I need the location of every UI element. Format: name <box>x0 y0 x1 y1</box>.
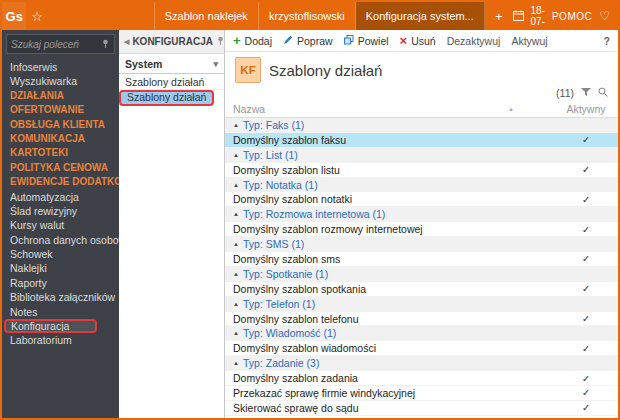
table-row[interactable]: Domyślny szablon notatki✓ <box>225 192 618 207</box>
delete-button[interactable]: × Usuń <box>400 35 436 47</box>
sidebar-item[interactable]: Kursy walut <box>2 218 119 232</box>
table-row[interactable]: Domyślny szablon spotkania✓ <box>225 282 618 297</box>
config-panel-item-label: Szablony działań <box>127 91 206 103</box>
table-row[interactable]: Domyślny szablon faksu✓ <box>225 133 618 148</box>
sidebar-item[interactable]: Notes <box>2 305 119 319</box>
sidebar-item-label: EWIDENCJE DODATKOWE <box>10 176 119 187</box>
system-dropdown[interactable]: System ▾ <box>119 54 224 74</box>
table-row[interactable]: Domyślny szablon wiadomości✓ <box>225 341 618 356</box>
active-checkmark: ✓ <box>554 313 618 324</box>
table-row[interactable]: Domyślny szablon rozmowy internetowej✓ <box>225 222 618 237</box>
table-row[interactable]: Przekazać sprawę firmie windykacyjnej✓ <box>225 386 618 401</box>
system-dropdown-value: System <box>125 58 162 70</box>
sidebar-item[interactable]: OBSŁUGA KLIENTA <box>2 118 119 132</box>
row-name: Domyślny szablon telefonu <box>233 313 554 325</box>
group-label: Typ: Faks (1) <box>243 119 304 131</box>
favorite-star-icon[interactable]: ☆ <box>26 2 47 30</box>
sidebar-item[interactable]: KARTOTEKI <box>2 146 119 160</box>
sidebar-item[interactable]: Biblioteka załączników <box>2 290 119 304</box>
sidebar-item[interactable]: Infoserwis <box>2 60 119 74</box>
sidebar-item-label: Biblioteka załączników <box>10 291 115 303</box>
group-row[interactable]: ▲Typ: Wiadomość (1) <box>225 326 618 341</box>
search-input[interactable] <box>11 39 98 50</box>
group-row[interactable]: ▲Typ: Rozmowa internetowa (1) <box>225 207 618 222</box>
sidebar-item[interactable]: Wyszukiwarka <box>2 74 119 88</box>
table-row[interactable]: Domyślny szablon telefonu✓ <box>225 312 618 327</box>
copy-icon <box>344 35 354 47</box>
sidebar-item-label: Notes <box>10 306 37 318</box>
group-row[interactable]: ▲Typ: SMS (1) <box>225 237 618 252</box>
table-row[interactable]: Domyślny szablon sms✓ <box>225 252 618 267</box>
command-search[interactable] <box>6 34 115 54</box>
sidebar-item[interactable]: Ślad rewizyjny <box>2 204 119 218</box>
active-checkmark: ✓ <box>554 387 618 398</box>
group-row[interactable]: ▲Typ: Zadanie (3) <box>225 356 618 371</box>
table-body: ▲Typ: Faks (1)Domyślny szablon faksu✓▲Ty… <box>225 118 618 418</box>
group-row[interactable]: ▲Typ: List (1) <box>225 148 618 163</box>
main-area: + Dodaj Popraw Powiel × Us <box>225 30 618 418</box>
group-row[interactable]: ▲Typ: Spotkanie (1) <box>225 267 618 282</box>
collapse-panel-icon[interactable]: ◀ <box>124 38 129 46</box>
column-header-active[interactable]: Aktywny <box>554 103 618 115</box>
window-body: InfoserwisWyszukiwarkaDZIAŁANIAOFERTOWAN… <box>2 30 618 418</box>
tab-szablon-naklejek[interactable]: Szablon naklejek <box>154 2 259 30</box>
heart-icon[interactable]: ♡ <box>599 9 610 23</box>
tab-krzystoflisowski[interactable]: krzystoflisowski <box>259 2 356 30</box>
sidebar-item[interactable]: Ochrona danych osobow... <box>2 233 119 247</box>
active-checkmark: ✓ <box>554 402 618 413</box>
config-panel-title: KONFIGURACJA <box>132 36 213 47</box>
config-panel-item[interactable]: Szablony działań2 <box>119 90 214 106</box>
sidebar-item[interactable]: Automatyzacja <box>2 190 119 204</box>
table-row[interactable]: Domyślny szablon zadania✓ <box>225 371 618 386</box>
sidebar-item[interactable]: KOMUNIKACJA <box>2 132 119 146</box>
sidebar-item-label: Raporty <box>10 277 47 289</box>
group-row[interactable]: ▲Typ: Faks (1) <box>225 118 618 133</box>
active-checkmark: ✓ <box>554 373 618 384</box>
sidebar-item[interactable]: Schowek <box>2 247 119 261</box>
add-button[interactable]: + Dodaj <box>233 35 272 47</box>
config-panel: ◀ KONFIGURACJA System ▾ Szablony działań… <box>119 30 225 418</box>
sidebar-item[interactable]: Naklejki <box>2 261 119 275</box>
search-icon[interactable] <box>598 87 608 99</box>
filter-icon[interactable] <box>581 87 591 99</box>
top-bar: Gs ☆ Szablon naklejek krzystoflisowski K… <box>2 2 618 30</box>
group-row[interactable]: ▲Typ: Notatka (1) <box>225 178 618 193</box>
activate-button[interactable]: Aktywuj <box>511 35 547 47</box>
sidebar-item[interactable]: OFERTOWANIE <box>2 103 119 117</box>
table-row[interactable]: Skierować sprawę do sądu✓ <box>225 401 618 416</box>
sort-ascending-icon: ▲ <box>508 106 514 112</box>
page-header: KF Szablony działań <box>225 52 618 85</box>
table-row[interactable]: Domyślny szablon listu✓ <box>225 163 618 178</box>
sidebar-item[interactable]: DZIAŁANIA <box>2 89 119 103</box>
table-header: Nazwa ▲ Aktywny <box>225 101 618 118</box>
sidebar-item[interactable]: POLITYKA CENOWA <box>2 161 119 175</box>
column-label: Nazwa <box>233 103 265 115</box>
app-logo: Gs <box>2 2 26 30</box>
button-label: Powiel <box>358 35 389 47</box>
duplicate-button[interactable]: Powiel <box>344 35 389 47</box>
sidebar: InfoserwisWyszukiwarkaDZIAŁANIAOFERTOWAN… <box>2 30 119 418</box>
sidebar-item[interactable]: EWIDENCJE DODATKOWE <box>2 175 119 189</box>
tab-konfiguracja-systemu[interactable]: Konfiguracja system... <box>356 2 485 30</box>
config-panel-list: Szablony działańSzablony działań2 <box>119 74 224 106</box>
sidebar-item-label: Naklejki <box>10 262 47 274</box>
topbar-right: 18-07- POMOC ♡ <box>513 2 619 30</box>
row-name: Domyślny szablon spotkania <box>233 283 554 295</box>
button-label: Usuń <box>411 35 436 47</box>
calendar-icon[interactable] <box>513 10 524 23</box>
pin-icon[interactable] <box>216 36 225 47</box>
new-tab-button[interactable]: + <box>485 2 513 30</box>
group-row[interactable]: ▲Typ: Telefon (1) <box>225 297 618 312</box>
button-label: Dodaj <box>245 35 272 47</box>
sidebar-item[interactable]: Konfiguracja1 <box>4 319 97 333</box>
pin-icon[interactable] <box>101 38 110 50</box>
sidebar-item[interactable]: Laboratorium <box>2 333 119 347</box>
config-panel-item[interactable]: Szablony działań <box>119 74 224 90</box>
help-button[interactable]: ? <box>604 35 610 47</box>
deactivate-button[interactable]: Dezaktywuj <box>447 35 501 47</box>
help-menu[interactable]: POMOC <box>552 11 592 22</box>
column-header-name[interactable]: Nazwa ▲ <box>233 103 554 115</box>
sidebar-item[interactable]: Raporty <box>2 276 119 290</box>
collapse-triangle-icon: ▲ <box>233 182 239 188</box>
edit-button[interactable]: Popraw <box>283 35 333 47</box>
